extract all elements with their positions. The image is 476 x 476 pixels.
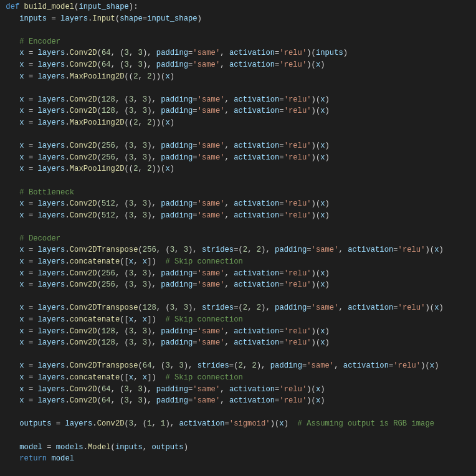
var-x: x [19, 118, 24, 127]
call-maxpool: MaxPooling2D [70, 118, 125, 127]
code-line[interactable]: x = layers.Conv2D(64, (3, 3), padding='s… [1, 385, 325, 394]
code-line[interactable]: model = models.Model(inputs, outputs) [1, 443, 188, 452]
var-inputs: inputs [19, 14, 47, 23]
code-line[interactable]: x = layers.MaxPooling2D((2, 2))(x) [1, 118, 174, 127]
code-line[interactable]: # Decoder [1, 234, 60, 243]
code-line[interactable]: outputs = layers.Conv2D(3, (1, 1), activ… [1, 419, 434, 428]
arg: padding [156, 60, 188, 69]
call-conv2d: Conv2D [70, 60, 97, 69]
mod-layers: layers [38, 211, 65, 220]
code-line[interactable]: x = layers.Conv2D(256, (3, 3), padding='… [1, 280, 330, 289]
arg-shape: shape [120, 14, 143, 23]
arg: activation [229, 49, 275, 57]
comment-skip: # Skip connection [165, 257, 242, 266]
code-line[interactable]: x = layers.Conv2DTranspose(128, (3, 3), … [1, 303, 444, 312]
call-conv2d: Conv2D [70, 280, 97, 289]
mod-layers: layers [38, 327, 65, 336]
num: 128 [102, 95, 115, 104]
num: 128 [102, 107, 115, 115]
mod-models: models [56, 443, 83, 452]
var-model: model [51, 454, 74, 463]
mod-layers: layers [38, 72, 65, 81]
arg: strides [198, 361, 229, 370]
call-conv2d: Conv2D [70, 107, 97, 115]
call-concat: concatenate [70, 373, 120, 382]
call-conv2d: Conv2D [70, 338, 97, 347]
code-line[interactable]: x = layers.Conv2DTranspose(256, (3, 3), … [1, 245, 444, 254]
str: 'same' [198, 199, 225, 208]
code-editor[interactable]: def build_model(input_shape): inputs = l… [0, 0, 476, 465]
call-conv2dt: Conv2DTranspose [70, 303, 138, 312]
code-line[interactable]: x = layers.Conv2DTranspose(64, (3, 3), s… [1, 361, 439, 370]
code-line[interactable]: return model [1, 454, 74, 463]
var: outputs [151, 443, 183, 452]
var: x [320, 141, 325, 150]
var-x: x [19, 164, 24, 173]
str: 'relu' [284, 141, 312, 150]
str: 'relu' [284, 327, 312, 336]
var: x [320, 107, 325, 115]
code-line[interactable]: x = layers.Conv2D(512, (3, 3), padding='… [1, 211, 330, 220]
call-conv2d: Conv2D [70, 385, 97, 394]
code-line[interactable]: inputs = layers.Input(shape=input_shape) [1, 14, 202, 23]
code-line[interactable]: # Encoder [1, 37, 60, 46]
code-line[interactable]: x = layers.MaxPooling2D((2, 2))(x) [1, 72, 174, 81]
num: 3 [143, 141, 147, 150]
code-line[interactable]: x = layers.Conv2D(512, (3, 3), padding='… [1, 199, 330, 208]
arg: activation [348, 303, 393, 312]
arg: padding [156, 396, 188, 405]
comment-skip: # Skip connection [165, 373, 242, 382]
num: 128 [102, 338, 115, 347]
code-line[interactable]: x = layers.Conv2D(64, (3, 3), padding='s… [1, 396, 325, 405]
code-line[interactable]: x = layers.Conv2D(64, (3, 3), padding='s… [1, 49, 348, 57]
str: 'same' [198, 153, 225, 162]
code-line[interactable]: def build_model(input_shape): [1, 2, 138, 11]
num: 2 [252, 361, 256, 370]
code-line[interactable]: x = layers.MaxPooling2D((2, 2))(x) [1, 164, 174, 173]
mod-layers: layers [38, 385, 65, 394]
code-line[interactable]: x = layers.Conv2D(256, (3, 3), padding='… [1, 269, 330, 278]
code-line[interactable]: # Bottleneck [1, 188, 74, 197]
code-line[interactable]: x = layers.Conv2D(64, (3, 3), padding='s… [1, 60, 325, 69]
num: 3 [125, 396, 129, 405]
var-model: model [19, 443, 42, 452]
var-x: x [19, 269, 24, 278]
code-line[interactable]: x = layers.concatenate([x, x]) # Skip co… [1, 257, 243, 266]
var: x [320, 269, 325, 278]
arg: activation [229, 60, 275, 69]
arg: activation [234, 338, 279, 347]
num: 64 [102, 49, 111, 57]
code-line[interactable]: x = layers.Conv2D(128, (3, 3), padding='… [1, 338, 330, 347]
comment-encoder: # Encoder [19, 37, 60, 46]
num: 3 [165, 361, 169, 370]
code-line[interactable]: x = layers.Conv2D(128, (3, 3), padding='… [1, 95, 330, 104]
call-input: Input [92, 14, 115, 23]
call-conv2d: Conv2D [70, 199, 97, 208]
var: x [320, 211, 325, 220]
code-line[interactable]: x = layers.Conv2D(256, (3, 3), padding='… [1, 141, 330, 150]
var: x [434, 303, 439, 312]
arg: activation [348, 245, 393, 254]
code-line[interactable]: x = layers.concatenate([x, x]) # Skip co… [1, 315, 243, 324]
func-name: build_model [24, 2, 74, 11]
code-line[interactable]: x = layers.Conv2D(128, (3, 3), padding='… [1, 327, 330, 336]
var: x [320, 199, 325, 208]
arg: padding [161, 153, 193, 162]
num: 3 [143, 107, 147, 115]
str: 'relu' [284, 211, 312, 220]
code-line[interactable]: x = layers.Conv2D(256, (3, 3), padding='… [1, 153, 330, 162]
var-x: x [19, 303, 24, 312]
var: x [316, 396, 320, 405]
num: 2 [257, 303, 261, 312]
comment-rgb: # Assuming output is RGB image [298, 419, 434, 428]
var-x: x [19, 199, 24, 208]
call-conv2d: Conv2D [70, 141, 97, 150]
num: 3 [129, 199, 133, 208]
num: 3 [138, 396, 143, 405]
arg: padding [161, 338, 193, 347]
num: 3 [129, 419, 133, 428]
code-line[interactable]: x = layers.Conv2D(128, (3, 3), padding='… [1, 107, 330, 115]
code-line[interactable]: x = layers.concatenate([x, x]) # Skip co… [1, 373, 243, 382]
num: 64 [102, 396, 111, 405]
mod-layers: layers [38, 338, 65, 347]
